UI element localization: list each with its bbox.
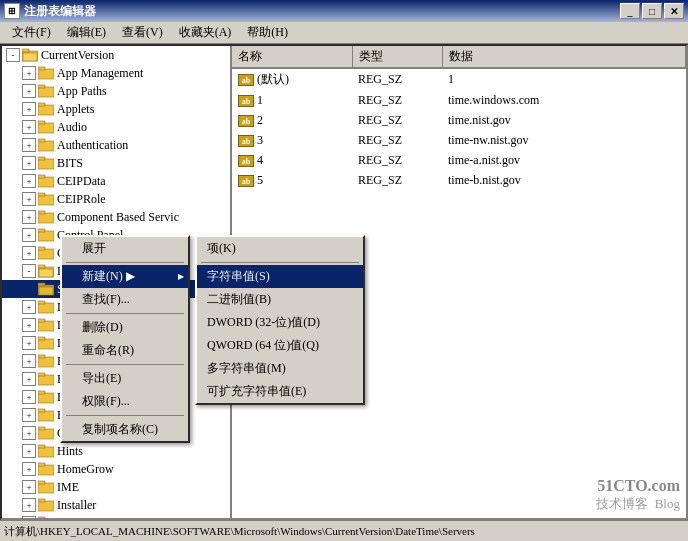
- close-button[interactable]: ✕: [664, 3, 684, 19]
- ctx-rename[interactable]: 重命名(R): [62, 339, 188, 362]
- folder-closed-icon: [38, 516, 54, 518]
- tree-item-installer[interactable]: + Installer: [2, 496, 230, 514]
- expand-icon: +: [22, 120, 36, 134]
- submenu-string[interactable]: 字符串值(S): [197, 265, 363, 288]
- reg-name: ab5: [232, 171, 352, 191]
- table-row[interactable]: ab5 REG_SZ time-b.nist.gov: [232, 171, 686, 191]
- submenu: 项(K) 字符串值(S) 二进制值(B) DWORD (32-位)值(D) QW…: [195, 235, 365, 405]
- svg-rect-16: [38, 175, 45, 178]
- favorites-menu[interactable]: 收藏夹(A): [171, 22, 240, 43]
- tree-label: Applets: [57, 102, 94, 117]
- reg-name: ab4: [232, 151, 352, 171]
- svg-rect-32: [38, 301, 45, 304]
- submenu-key[interactable]: 项(K): [197, 237, 363, 260]
- tree-label: Installer: [57, 498, 96, 513]
- tree-item-ime[interactable]: + IME: [2, 478, 230, 496]
- expand-icon: +: [22, 66, 36, 80]
- reg-name: ab2: [232, 111, 352, 131]
- svg-rect-21: [38, 231, 54, 241]
- ctx-separator: [66, 262, 184, 263]
- svg-rect-43: [38, 411, 54, 421]
- expand-icon: +: [22, 318, 36, 332]
- tree-item-componentbasedservic[interactable]: + Component Based Servic: [2, 208, 230, 226]
- folder-open-icon: [22, 48, 38, 62]
- submenu-binary[interactable]: 二进制值(B): [197, 288, 363, 311]
- table-row[interactable]: ab2 REG_SZ time.nist.gov: [232, 111, 686, 131]
- svg-rect-45: [38, 429, 54, 439]
- tree-item-authentication[interactable]: + Authentication: [2, 136, 230, 154]
- ctx-copy-name[interactable]: 复制项名称(C): [62, 418, 188, 441]
- tree-item-bits[interactable]: + BITS: [2, 154, 230, 172]
- ctx-delete[interactable]: 删除(D): [62, 316, 188, 339]
- help-menu[interactable]: 帮助(H): [239, 22, 296, 43]
- ctx-permissions[interactable]: 权限(F)...: [62, 390, 188, 413]
- svg-rect-30: [39, 287, 53, 295]
- submenu-qword[interactable]: QWORD (64 位)值(Q): [197, 334, 363, 357]
- svg-rect-38: [38, 355, 45, 358]
- table-row[interactable]: ab(默认) REG_SZ 1: [232, 68, 686, 91]
- tree-item-applets[interactable]: + Applets: [2, 100, 230, 118]
- ctx-export[interactable]: 导出(E): [62, 367, 188, 390]
- submenu-dword[interactable]: DWORD (32-位)值(D): [197, 311, 363, 334]
- tree-item-hints[interactable]: + Hints: [2, 442, 230, 460]
- tree-label: BITS: [57, 156, 83, 171]
- expand-icon: +: [22, 372, 36, 386]
- svg-rect-35: [38, 339, 54, 349]
- expand-icon: +: [22, 462, 36, 476]
- tree-item-apppaths[interactable]: + App Paths: [2, 82, 230, 100]
- svg-rect-2: [23, 53, 37, 61]
- tree-item-audio[interactable]: + Audio: [2, 118, 230, 136]
- svg-rect-44: [38, 409, 45, 412]
- window-controls[interactable]: _ □ ✕: [620, 3, 684, 19]
- table-row[interactable]: ab1 REG_SZ time.windows.com: [232, 91, 686, 111]
- minimize-button[interactable]: _: [620, 3, 640, 19]
- ctx-separator: [66, 415, 184, 416]
- svg-rect-49: [38, 465, 54, 475]
- submenu-multistring[interactable]: 多字符串值(M): [197, 357, 363, 380]
- svg-rect-15: [38, 177, 54, 187]
- svg-rect-33: [38, 321, 54, 331]
- col-type[interactable]: 类型: [352, 46, 442, 68]
- folder-closed-icon: [38, 174, 54, 188]
- tree-item-appmanagement[interactable]: + App Management: [2, 64, 230, 82]
- expand-icon: +: [22, 390, 36, 404]
- tree-item-ceiprole[interactable]: + CEIPRole: [2, 190, 230, 208]
- tree-item-ceipdata[interactable]: + CEIPData: [2, 172, 230, 190]
- reg-name: ab1: [232, 91, 352, 111]
- tree-label: CEIPData: [57, 174, 106, 189]
- window-title: 注册表编辑器: [24, 3, 96, 20]
- maximize-button[interactable]: □: [642, 3, 662, 19]
- table-row[interactable]: ab3 REG_SZ time-nw.nist.gov: [232, 131, 686, 151]
- tree-item-internetsettings[interactable]: + Internet Settings: [2, 514, 230, 518]
- col-data[interactable]: 数据: [442, 46, 686, 68]
- svg-rect-1: [22, 49, 29, 52]
- svg-rect-37: [38, 357, 54, 367]
- col-name[interactable]: 名称: [232, 46, 352, 68]
- tree-item-homegrow[interactable]: + HomeGrow: [2, 460, 230, 478]
- reg-name: ab3: [232, 131, 352, 151]
- tree-item-currentversion[interactable]: - CurrentVersion: [2, 46, 230, 64]
- svg-rect-8: [38, 103, 45, 106]
- folder-closed-icon: [38, 462, 54, 476]
- ctx-new[interactable]: 新建(N) ▶: [62, 265, 188, 288]
- folder-closed-icon: [38, 228, 54, 242]
- svg-rect-48: [38, 445, 45, 448]
- file-menu[interactable]: 文件(F): [4, 22, 59, 43]
- submenu-expandstring[interactable]: 可扩充字符串值(E): [197, 380, 363, 403]
- svg-rect-11: [38, 141, 54, 151]
- svg-rect-22: [38, 229, 45, 232]
- watermark-blog: Blog: [655, 496, 680, 511]
- svg-rect-14: [38, 157, 45, 160]
- reg-type-icon: ab: [238, 155, 254, 167]
- edit-menu[interactable]: 编辑(E): [59, 22, 114, 43]
- reg-type-icon: ab: [238, 135, 254, 147]
- svg-rect-53: [38, 501, 54, 511]
- svg-rect-4: [38, 67, 45, 70]
- table-row[interactable]: ab4 REG_SZ time-a.nist.gov: [232, 151, 686, 171]
- menu-bar: 文件(F) 编辑(E) 查看(V) 收藏夹(A) 帮助(H): [0, 22, 688, 44]
- ctx-find[interactable]: 查找(F)...: [62, 288, 188, 311]
- svg-rect-20: [38, 211, 45, 214]
- ctx-expand[interactable]: 展开: [62, 237, 188, 260]
- reg-data: time.nist.gov: [442, 111, 686, 131]
- view-menu[interactable]: 查看(V): [114, 22, 171, 43]
